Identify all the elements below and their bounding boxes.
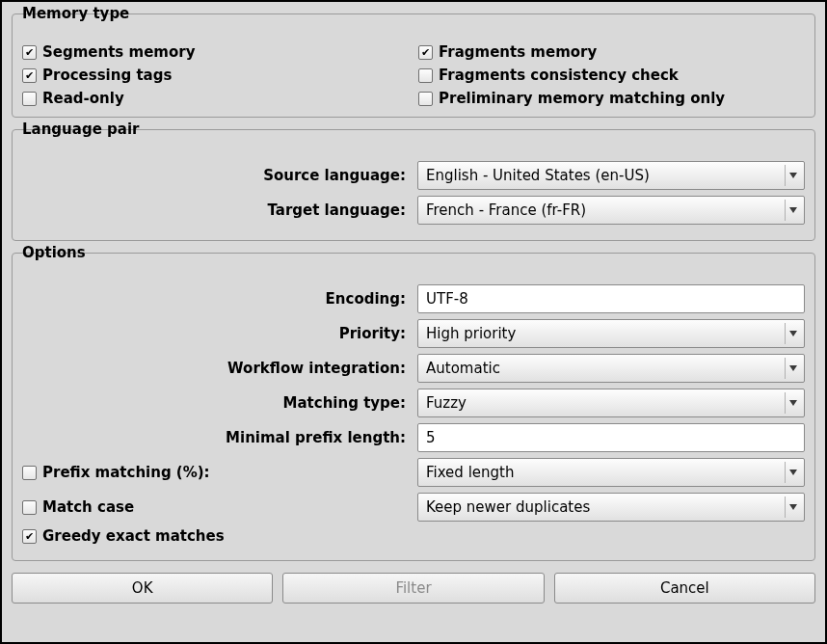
check-label: Fragments consistency check xyxy=(439,67,679,84)
workflow-select[interactable]: Automatic xyxy=(417,354,805,383)
checkbox-icon xyxy=(418,92,433,106)
min-prefix-row: Minimal prefix length: xyxy=(22,423,805,452)
encoding-input[interactable] xyxy=(417,284,805,313)
chevron-down-icon xyxy=(785,462,800,483)
checkbox-icon xyxy=(22,68,37,83)
target-language-label: Target language: xyxy=(22,201,408,219)
dialog-window: Memory type Segments memory Fragments me… xyxy=(0,0,827,644)
select-value: French - France (fr-FR) xyxy=(426,201,586,219)
check-label: Segments memory xyxy=(42,43,195,61)
min-prefix-label: Minimal prefix length: xyxy=(22,429,408,446)
checkbox-icon xyxy=(418,68,433,83)
encoding-row: Encoding: xyxy=(22,284,805,313)
match-case-row: Match case Keep newer duplicates xyxy=(22,493,805,522)
select-value: Fixed length xyxy=(426,464,514,481)
preliminary-matching-check[interactable]: Preliminary memory matching only xyxy=(418,90,805,107)
fragments-consistency-check[interactable]: Fragments consistency check xyxy=(418,67,805,84)
encoding-label: Encoding: xyxy=(22,290,408,308)
fragments-memory-check[interactable]: Fragments memory xyxy=(418,43,805,61)
memory-type-grid: Segments memory Fragments memory Process… xyxy=(22,40,805,107)
greedy-label: Greedy exact matches xyxy=(42,527,225,545)
greedy-row: Greedy exact matches xyxy=(22,527,805,545)
select-value: High priority xyxy=(426,325,516,342)
button-label: Cancel xyxy=(660,579,709,597)
prefix-matching-label: Prefix matching (%): xyxy=(42,464,210,481)
ok-button[interactable]: OK xyxy=(12,573,273,604)
processing-tags-check[interactable]: Processing tags xyxy=(22,67,409,84)
chevron-down-icon xyxy=(785,358,800,379)
greedy-checkbox[interactable] xyxy=(22,529,37,544)
select-value: Fuzzy xyxy=(426,394,467,412)
checkbox-icon xyxy=(22,45,37,60)
memory-type-group: Memory type Segments memory Fragments me… xyxy=(12,13,815,118)
checkbox-icon xyxy=(418,45,433,60)
source-language-row: Source language: English - United States… xyxy=(22,161,805,190)
check-label: Fragments memory xyxy=(439,43,597,61)
matching-type-label: Matching type: xyxy=(22,394,408,412)
chevron-down-icon xyxy=(785,323,800,344)
check-label: Preliminary memory matching only xyxy=(439,90,725,107)
read-only-check[interactable]: Read-only xyxy=(22,90,409,107)
workflow-label: Workflow integration: xyxy=(22,360,408,377)
check-label: Processing tags xyxy=(42,67,172,84)
filter-button[interactable]: Filter xyxy=(282,573,544,604)
target-language-row: Target language: French - France (fr-FR) xyxy=(22,196,805,225)
check-label: Read-only xyxy=(42,90,124,107)
source-language-label: Source language: xyxy=(22,167,408,184)
match-case-label: Match case xyxy=(42,498,134,516)
priority-select[interactable]: High priority xyxy=(417,319,805,348)
button-label: OK xyxy=(132,579,153,597)
priority-label: Priority: xyxy=(22,325,408,342)
workflow-row: Workflow integration: Automatic xyxy=(22,354,805,383)
matching-type-select[interactable]: Fuzzy xyxy=(417,389,805,417)
chevron-down-icon xyxy=(785,392,800,414)
segments-memory-check[interactable]: Segments memory xyxy=(22,43,409,61)
select-value: English - United States (en-US) xyxy=(426,167,650,184)
chevron-down-icon xyxy=(785,165,800,186)
chevron-down-icon xyxy=(785,200,800,221)
chevron-down-icon xyxy=(785,496,800,518)
min-prefix-input[interactable] xyxy=(417,423,805,452)
priority-row: Priority: High priority xyxy=(22,319,805,348)
target-language-select[interactable]: French - France (fr-FR) xyxy=(417,196,805,225)
select-value: Keep newer duplicates xyxy=(426,498,590,516)
prefix-matching-select[interactable]: Fixed length xyxy=(417,458,805,487)
cancel-button[interactable]: Cancel xyxy=(554,573,815,604)
source-language-select[interactable]: English - United States (en-US) xyxy=(417,161,805,190)
checkbox-icon xyxy=(22,92,37,106)
duplicates-select[interactable]: Keep newer duplicates xyxy=(417,493,805,522)
prefix-matching-row: Prefix matching (%): Fixed length xyxy=(22,458,805,487)
matching-type-row: Matching type: Fuzzy xyxy=(22,389,805,417)
button-bar: OK Filter Cancel xyxy=(12,573,815,604)
language-pair-group: Language pair Source language: English -… xyxy=(12,129,815,241)
prefix-matching-checkbox[interactable] xyxy=(22,466,37,480)
button-label: Filter xyxy=(395,579,431,597)
select-value: Automatic xyxy=(426,360,500,377)
match-case-checkbox[interactable] xyxy=(22,500,37,515)
options-group: Options Encoding: Priority: High priorit… xyxy=(12,253,815,561)
